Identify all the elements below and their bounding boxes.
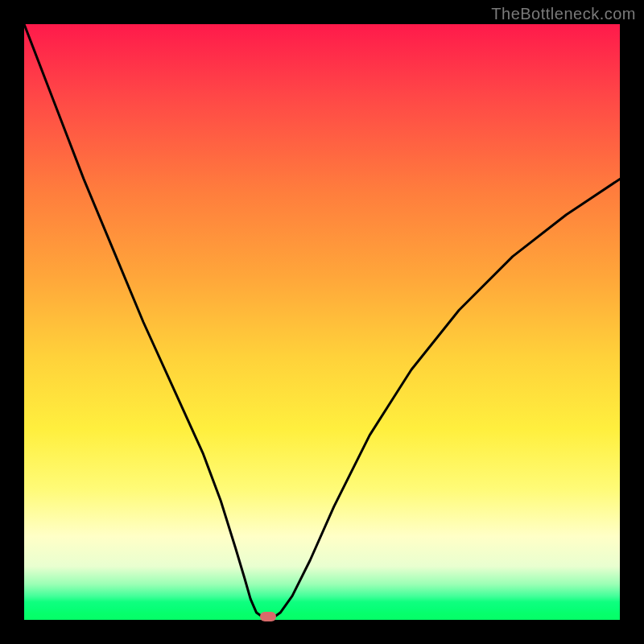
watermark-text: TheBottleneck.com <box>491 5 636 23</box>
bottleneck-curve <box>24 24 620 617</box>
plot-area <box>24 24 620 620</box>
optimal-marker <box>260 612 276 621</box>
chart-frame: TheBottleneck.com <box>0 0 644 644</box>
curve-svg <box>24 24 620 620</box>
